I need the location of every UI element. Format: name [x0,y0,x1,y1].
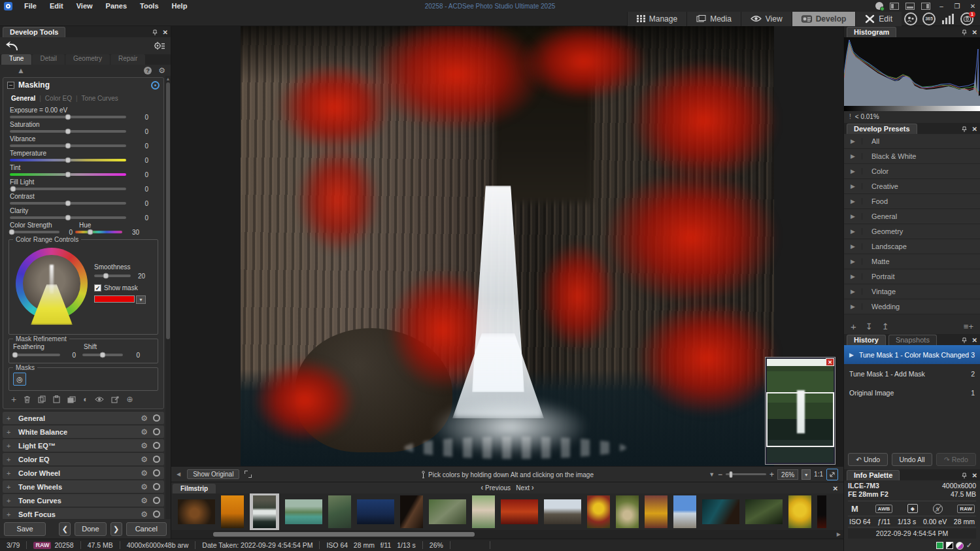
masking-target-icon[interactable] [151,81,160,90]
section-reset-icon[interactable] [153,510,160,518]
thumbnail-concert-stage[interactable] [702,499,739,524]
close-panel-icon[interactable]: ✕ [972,125,977,133]
invert-mask-icon[interactable]: ◐ [83,395,88,404]
smoothness-track[interactable] [94,275,131,277]
hue-track[interactable] [75,231,122,233]
expand-arrow-icon[interactable]: ▶ [844,198,862,205]
develop-section-row[interactable]: + Tone Curves ⚙ [3,494,164,507]
pin-icon[interactable] [152,29,158,36]
expand-plus-icon[interactable]: + [7,414,13,422]
undo-button[interactable]: ↶ Undo [848,453,888,466]
thumbnail-waterfall-current[interactable] [253,495,276,528]
preset-category-row[interactable]: ▶ Wedding [844,299,980,314]
history-item[interactable]: Tune Mask 1 - Add Mask 2 [844,364,980,383]
slider-knob[interactable] [65,215,71,221]
section-reset-icon[interactable] [153,456,160,463]
develop-section-row[interactable]: + White Balance ⚙ [3,426,164,438]
masking-tab-tone-curves[interactable]: Tone Curves [82,95,118,102]
preset-category-row[interactable]: ▶ Color [844,164,980,179]
pin-icon[interactable] [962,126,967,133]
color-proof-icon[interactable] [956,542,964,550]
redo-button[interactable]: ↷ Redo [936,453,976,466]
filmstrip-scroll-thumb[interactable] [213,532,475,537]
thumbnail-dark-foliage[interactable] [745,499,783,524]
close-panel-icon[interactable]: ✕ [163,29,168,36]
zoom-out-icon[interactable]: − [718,470,722,479]
expand-arrow-icon[interactable]: ▶ [844,138,862,144]
navigator-viewport[interactable] [766,392,834,447]
color-wheel[interactable] [16,248,88,320]
expand-plus-icon[interactable]: + [7,469,13,477]
expand-arrow-icon[interactable]: ▶ [844,153,862,159]
done-button[interactable]: Done [75,522,106,536]
thumbnail-woman-portrait[interactable] [472,495,495,528]
expand-arrow-icon[interactable]: ▶ [844,243,862,250]
expand-plus-icon[interactable]: + [7,510,13,518]
next-image-button[interactable]: ❯ [110,522,122,536]
undo-all-button[interactable]: Undo All [892,453,932,466]
thumbnail-temple-street[interactable] [544,499,581,524]
zoom-in-icon[interactable]: + [769,470,774,479]
zoom-level[interactable]: 26% [777,469,798,480]
scroll-up-arrow[interactable]: ▲ [165,76,171,81]
add-mask-icon[interactable]: + [11,394,16,405]
settings-list-icon[interactable] [154,41,165,51]
menu-item[interactable]: Edit [43,0,70,12]
history-item[interactable]: Original Image 1 [844,383,980,402]
pan-tool-button[interactable] [826,469,838,480]
pin-icon[interactable] [962,29,967,36]
expand-arrow-icon[interactable]: ▶ [844,168,862,175]
thumbnail-elephant-jungle[interactable] [429,499,466,524]
filmstrip-next[interactable]: Next [516,484,530,492]
close-panel-icon[interactable]: ✕ [972,472,977,479]
scrollbar-thumb[interactable] [166,82,170,339]
color-strength-knob[interactable] [9,229,15,235]
color-label-green-icon[interactable] [936,542,943,549]
slider-knob[interactable] [65,114,71,120]
minimize-button[interactable]: – [937,3,946,10]
add-preset-icon[interactable]: + [851,321,856,332]
snapshots-tab[interactable]: Snapshots [888,335,937,345]
mode-media[interactable]: Media [686,12,741,26]
tune-settings-gear-icon[interactable]: ⚙ [158,66,165,75]
section-reset-icon[interactable] [153,469,160,476]
previous-image-button[interactable]: ❮ [59,522,71,536]
filmstrip-previous[interactable]: Previous [485,484,511,492]
expand-plus-icon[interactable]: + [7,428,13,436]
thumbnail-sunflower-field[interactable] [616,495,639,528]
develop-section-row[interactable]: + Light EQ™ ⚙ [3,439,164,452]
develop-tools-tab[interactable]: Tune [1,54,31,65]
save-button[interactable]: Save [4,522,46,536]
develop-tools-tab[interactable]: Geometry [65,54,110,65]
slider-knob[interactable] [65,158,71,163]
filmstrip-scroll-right-arrow[interactable]: ▶ [837,531,841,537]
slider-knob[interactable] [65,172,71,178]
mask-to-image-icon[interactable] [111,396,119,403]
user-account-icon[interactable] [875,2,883,10]
collapse-masking-icon[interactable]: – [7,82,14,89]
thumbnail-limestone-bay[interactable] [285,499,322,524]
close-panel-icon[interactable]: ✕ [972,29,977,36]
previous-chevron-icon[interactable]: ‹ [481,483,483,492]
thumbnail-red-lanterns[interactable] [501,499,538,524]
mode-manage[interactable]: Manage [627,12,686,26]
filmstrip-close-icon[interactable]: ✕ [833,485,838,492]
section-reset-icon[interactable] [153,497,160,504]
thumbnail-night-landscape[interactable] [357,499,394,524]
thumbnail-dark-red-edge[interactable] [817,495,826,528]
dashboard-bars-icon[interactable] [942,14,954,24]
image-canvas[interactable]: ✕ [171,26,843,466]
slider-track[interactable] [10,144,126,147]
develop-tools-tab[interactable]: Repair [110,54,145,65]
menu-item[interactable]: File [18,0,43,12]
preset-category-row[interactable]: ▶ Portrait [844,269,980,284]
show-mask-checkbox[interactable]: ✓ [94,284,101,292]
layers-icon[interactable] [67,396,76,403]
section-gear-icon[interactable]: ⚙ [141,496,148,505]
thumbnail-orange-portrait[interactable] [221,495,244,528]
fullscreen-icon[interactable] [245,471,252,478]
section-gear-icon[interactable]: ⚙ [141,469,148,478]
slider-knob[interactable] [65,201,71,207]
pin-icon[interactable] [962,473,967,479]
expand-plus-icon[interactable]: + [7,442,13,450]
